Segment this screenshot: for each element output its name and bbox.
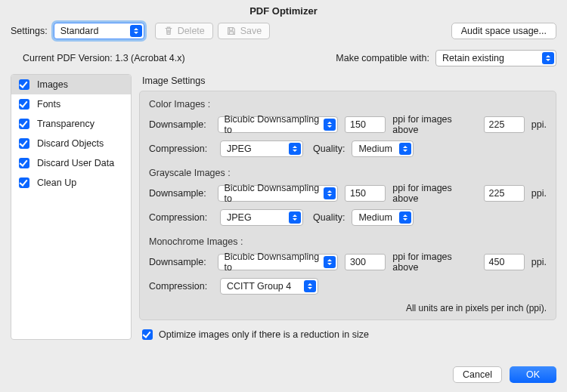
sidebar-item-label: Images bbox=[37, 79, 68, 90]
gray-downsample-label: Downsample: bbox=[149, 188, 211, 199]
grayscale-images-section: Grayscale Images : Downsample: Bicubic D… bbox=[149, 168, 547, 226]
cancel-button-label: Cancel bbox=[463, 369, 492, 380]
select-arrows-icon bbox=[324, 256, 336, 268]
optimize-only-reduction-row[interactable]: Optimize images only if there is a reduc… bbox=[139, 320, 556, 340]
select-arrows-icon bbox=[324, 119, 336, 131]
mono-compression-value: CCITT Group 4 bbox=[227, 281, 291, 292]
sidebar-item-transparency[interactable]: Transparency bbox=[11, 114, 131, 134]
checkbox-icon[interactable] bbox=[19, 138, 29, 149]
color-ppi-above-label: ppi for images above bbox=[392, 114, 476, 135]
mono-ppi-above-label: ppi for images above bbox=[392, 252, 476, 273]
mono-above-ppi-value: 450 bbox=[489, 257, 505, 267]
sidebar-item-clean-up[interactable]: Clean Up bbox=[11, 173, 131, 193]
footer-buttons: Cancel OK bbox=[453, 366, 556, 383]
image-settings-panel: Image Settings Color Images : Downsample… bbox=[139, 74, 556, 340]
mono-downsample-value: Bicubic Downsampling to bbox=[225, 252, 321, 273]
mono-compression-select[interactable]: CCITT Group 4 bbox=[220, 278, 318, 295]
sidebar-item-label: Discard Objects bbox=[37, 138, 104, 149]
select-arrows-icon bbox=[130, 25, 142, 37]
gray-target-ppi-input[interactable]: 150 bbox=[345, 185, 386, 202]
select-arrows-icon bbox=[289, 211, 301, 224]
settings-select-value: Standard bbox=[60, 26, 99, 36]
color-above-ppi-input[interactable]: 225 bbox=[484, 116, 525, 133]
gray-ppi-suffix: ppi. bbox=[531, 188, 547, 199]
gray-target-ppi-value: 150 bbox=[350, 188, 366, 199]
audit-space-usage-button[interactable]: Audit space usage... bbox=[451, 23, 556, 39]
settings-label: Settings: bbox=[11, 26, 48, 36]
select-arrows-icon bbox=[324, 187, 336, 199]
panel-box: Color Images : Downsample: Bicubic Downs… bbox=[139, 91, 556, 320]
sidebar-item-discard-user-data[interactable]: Discard User Data bbox=[11, 153, 131, 173]
mono-target-ppi-input[interactable]: 300 bbox=[345, 254, 386, 270]
mono-ppi-suffix: ppi. bbox=[531, 257, 547, 267]
select-arrows-icon bbox=[399, 143, 411, 155]
color-downsample-select[interactable]: Bicubic Downsampling to bbox=[218, 116, 339, 133]
cancel-button[interactable]: Cancel bbox=[453, 366, 502, 383]
color-downsample-label: Downsample: bbox=[149, 119, 211, 130]
mono-section-title: Monochrome Images : bbox=[149, 236, 547, 247]
color-target-ppi-value: 150 bbox=[350, 119, 366, 130]
checkbox-icon[interactable] bbox=[19, 158, 29, 168]
optimize-only-reduction-label: Optimize images only if there is a reduc… bbox=[159, 329, 369, 340]
sidebar-item-discard-objects[interactable]: Discard Objects bbox=[11, 134, 131, 153]
color-target-ppi-input[interactable]: 150 bbox=[345, 116, 386, 133]
color-quality-value: Medium bbox=[358, 144, 392, 154]
color-quality-select[interactable]: Medium bbox=[352, 140, 414, 157]
checkbox-icon[interactable] bbox=[142, 329, 153, 340]
gray-quality-select[interactable]: Medium bbox=[352, 209, 414, 226]
select-arrows-icon bbox=[289, 143, 301, 155]
color-quality-label: Quality: bbox=[313, 144, 345, 154]
color-ppi-suffix: ppi. bbox=[531, 119, 547, 130]
make-compatible-label: Make compatible with: bbox=[336, 53, 429, 63]
color-compression-value: JPEG bbox=[227, 144, 252, 154]
save-button[interactable]: Save bbox=[218, 23, 271, 39]
mono-downsample-select[interactable]: Bicubic Downsampling to bbox=[218, 254, 339, 270]
sidebar-item-label: Clean Up bbox=[37, 177, 76, 188]
gray-compression-value: JPEG bbox=[227, 212, 252, 223]
settings-select[interactable]: Standard bbox=[54, 23, 144, 39]
color-compression-select[interactable]: JPEG bbox=[220, 140, 303, 157]
select-arrows-icon bbox=[399, 211, 411, 224]
mono-downsample-label: Downsample: bbox=[149, 257, 211, 267]
gray-downsample-select[interactable]: Bicubic Downsampling to bbox=[218, 185, 339, 202]
sidebar-item-label: Transparency bbox=[37, 119, 94, 129]
select-arrows-icon bbox=[304, 280, 316, 292]
save-icon bbox=[226, 26, 237, 36]
units-note: All units are in pixels per inch (ppi). bbox=[149, 300, 547, 313]
select-arrows-icon bbox=[542, 52, 554, 64]
sidebar-item-images[interactable]: Images bbox=[11, 75, 131, 94]
category-sidebar: Images Fonts Transparency Discard Object… bbox=[11, 74, 132, 340]
sidebar-item-label: Discard User Data bbox=[37, 158, 114, 168]
checkbox-icon[interactable] bbox=[19, 79, 29, 90]
top-controls-row: Settings: Standard Delete Save Audit spa… bbox=[0, 21, 567, 39]
gray-downsample-value: Bicubic Downsampling to bbox=[225, 183, 321, 204]
delete-button[interactable]: Delete bbox=[155, 23, 213, 39]
sidebar-item-fonts[interactable]: Fonts bbox=[11, 94, 131, 114]
checkbox-icon[interactable] bbox=[19, 99, 29, 110]
gray-quality-label: Quality: bbox=[313, 212, 345, 223]
gray-above-ppi-value: 225 bbox=[489, 188, 505, 199]
gray-compression-select[interactable]: JPEG bbox=[220, 209, 303, 226]
ok-button-label: OK bbox=[526, 369, 540, 380]
panel-title: Image Settings bbox=[139, 74, 556, 91]
save-button-label: Save bbox=[240, 26, 262, 36]
pdf-optimizer-window: PDF Optimizer Settings: Standard Delete … bbox=[0, 0, 567, 392]
monochrome-images-section: Monochrome Images : Downsample: Bicubic … bbox=[149, 236, 547, 295]
ok-button[interactable]: OK bbox=[510, 366, 556, 383]
make-compatible-select[interactable]: Retain existing bbox=[435, 50, 556, 66]
mono-above-ppi-input[interactable]: 450 bbox=[484, 254, 525, 270]
gray-quality-value: Medium bbox=[358, 212, 392, 223]
audit-button-label: Audit space usage... bbox=[461, 26, 547, 36]
gray-above-ppi-input[interactable]: 225 bbox=[484, 185, 525, 202]
checkbox-icon[interactable] bbox=[19, 177, 29, 188]
color-above-ppi-value: 225 bbox=[489, 119, 505, 130]
trash-icon bbox=[163, 26, 174, 36]
current-pdf-version-text: Current PDF Version: 1.3 (Acrobat 4.x) bbox=[23, 53, 185, 63]
gray-compression-label: Compression: bbox=[149, 212, 213, 223]
gray-ppi-above-label: ppi for images above bbox=[392, 183, 476, 204]
window-title: PDF Optimizer bbox=[0, 0, 567, 21]
checkbox-icon[interactable] bbox=[19, 119, 29, 129]
body-layout: Images Fonts Transparency Discard Object… bbox=[0, 69, 567, 340]
make-compatible-value: Retain existing bbox=[442, 53, 504, 63]
color-downsample-value: Bicubic Downsampling to bbox=[225, 114, 321, 135]
